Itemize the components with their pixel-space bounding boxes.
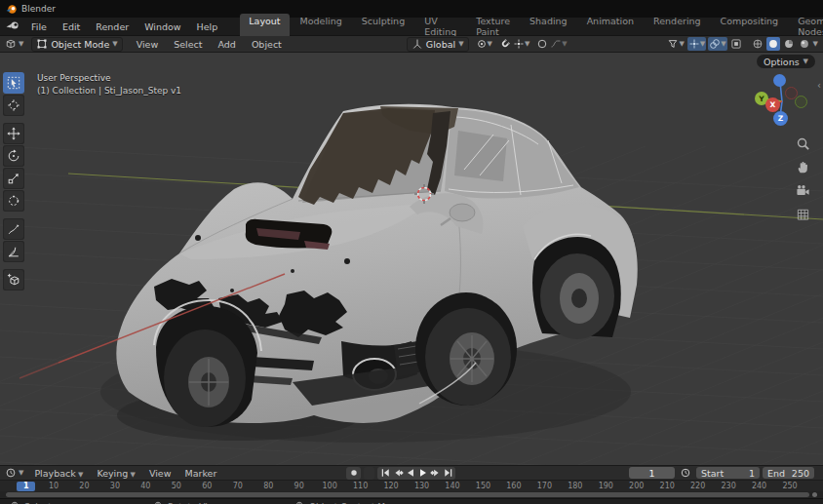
xray-toggle[interactable]: [729, 37, 743, 51]
window-title: Blender: [21, 4, 56, 14]
gizmo-axis-x[interactable]: X: [765, 97, 780, 112]
ruler-tick-90: 90: [288, 482, 311, 490]
navigation-gizmo[interactable]: Y X Z: [755, 74, 809, 129]
timeline-scrollbar[interactable]: [0, 491, 823, 498]
timeline-menu-marker[interactable]: Marker: [177, 467, 223, 480]
record-icon: [348, 467, 360, 479]
frame-start-field[interactable]: Start 1: [696, 467, 760, 479]
snap-toggle[interactable]: [498, 37, 512, 51]
tool-annotate[interactable]: [3, 218, 24, 240]
tool-transform[interactable]: [3, 190, 24, 212]
camera-icon[interactable]: [794, 181, 811, 199]
material-preview-icon: [783, 38, 795, 50]
tool-measure[interactable]: [3, 241, 24, 262]
gizmos-toggle[interactable]: ▼: [687, 37, 706, 51]
prev-keyframe-button[interactable]: [391, 467, 404, 479]
ortho-grid-icon[interactable]: [794, 205, 811, 222]
options-button[interactable]: Options ▼: [757, 55, 815, 68]
frame-end-field[interactable]: End 250: [763, 467, 814, 479]
ruler-tick-250: 250: [778, 482, 802, 490]
preview-range-button[interactable]: [679, 467, 692, 479]
mode-label: Object Mode: [51, 39, 109, 50]
gizmo-axis-neg-y[interactable]: [795, 96, 807, 108]
magnet-icon: [499, 38, 511, 50]
snap-target-icon: [513, 38, 525, 50]
ruler-tick-240: 240: [748, 482, 771, 490]
mode-selector[interactable]: Object Mode ▼: [31, 37, 122, 52]
tool-scale[interactable]: [3, 168, 24, 189]
viewport-menu-view[interactable]: View: [129, 37, 167, 52]
editor-3d-icon: [5, 38, 17, 50]
viewport-nav-buttons: [794, 135, 811, 222]
timeline-menu-playback[interactable]: Playback ▼: [27, 467, 90, 480]
transform-orientation-selector[interactable]: Global ▼: [407, 37, 469, 52]
menu-render[interactable]: Render: [88, 19, 137, 34]
ruler-tick-100: 100: [318, 482, 341, 490]
blender-window: Blender FileEditRenderWindowHelp LayoutM…: [0, 0, 823, 504]
timeline-editor-selector[interactable]: ▼: [5, 467, 23, 479]
ruler-tick-200: 200: [625, 482, 648, 490]
timeline-ruler[interactable]: 1020304050607080901001101201301401501601…: [0, 480, 823, 491]
tool-rotate[interactable]: [3, 145, 24, 167]
gizmo-axis-z[interactable]: Z: [773, 111, 788, 126]
jump-start-button[interactable]: [378, 467, 391, 479]
play-reverse-button[interactable]: [404, 467, 416, 479]
pivot-point-selector[interactable]: ▼: [475, 37, 493, 51]
object-types-filter[interactable]: ▼: [666, 37, 685, 51]
ruler-tick-150: 150: [471, 482, 494, 490]
sidebar-toggle-arrow[interactable]: ‹: [817, 80, 821, 91]
menu-window[interactable]: Window: [137, 19, 188, 34]
3d-viewport[interactable]: User Perspective (1) Collection | Sti_Ja…: [0, 53, 823, 465]
playhead-current-frame[interactable]: 1: [17, 482, 35, 491]
scrollbar-handle[interactable]: [6, 492, 809, 497]
overlays-toggle[interactable]: ▼: [708, 37, 726, 51]
ruler-tick-10: 10: [42, 482, 65, 490]
overlays-icon: [709, 38, 721, 50]
shading-material-button[interactable]: [782, 37, 796, 51]
zoom-magnifier-icon[interactable]: [794, 135, 811, 152]
snap-settings[interactable]: ▼: [512, 37, 530, 51]
viewport-menu-object[interactable]: Object: [244, 37, 290, 52]
menu-edit[interactable]: Edit: [55, 19, 88, 34]
editor-type-selector[interactable]: ▼: [5, 38, 23, 50]
current-frame-field[interactable]: 1: [629, 467, 675, 479]
timeline-menu-keying[interactable]: Keying ▼: [90, 467, 142, 480]
viewport-canvas[interactable]: [0, 53, 823, 465]
shading-wireframe-button[interactable]: [751, 37, 764, 51]
auto-keyframe-record-button[interactable]: [346, 467, 361, 480]
shading-solid-button[interactable]: [766, 37, 780, 51]
next-keyframe-button[interactable]: [429, 467, 442, 479]
ruler-tick-140: 140: [441, 482, 464, 490]
tool-select-box[interactable]: [3, 72, 24, 94]
status-hint-rotate-view: Rotate View: [151, 500, 220, 504]
tool-cursor-3d[interactable]: [3, 95, 24, 116]
shading-dropdown[interactable]: ▼: [813, 41, 818, 48]
rendered-shading-icon: [799, 38, 810, 50]
preview-range-clock-icon: [680, 467, 691, 479]
status-bar: Select Rotate View Object Context Menu: [0, 498, 823, 504]
viewport-menu-add[interactable]: Add: [210, 37, 243, 52]
ruler-tick-60: 60: [195, 482, 218, 490]
shading-rendered-button[interactable]: [798, 37, 811, 51]
menu-file[interactable]: File: [23, 19, 55, 34]
ruler-tick-20: 20: [72, 482, 96, 490]
proportional-editing-toggle[interactable]: [535, 37, 549, 51]
jump-end-button[interactable]: [442, 467, 454, 479]
tool-move[interactable]: [3, 123, 24, 144]
orientation-icon: [412, 38, 423, 50]
gizmo-axis-minus-y[interactable]: [773, 74, 786, 87]
proportional-falloff[interactable]: ▼: [549, 37, 568, 51]
play-button[interactable]: [416, 467, 429, 479]
viewport-menu-select[interactable]: Select: [166, 37, 210, 52]
playback-controls: [377, 467, 455, 480]
hand-icon[interactable]: [794, 158, 811, 175]
keying-set-button[interactable]: [364, 467, 374, 480]
ruler-tick-120: 120: [379, 482, 403, 490]
tool-shelf: [3, 72, 25, 291]
timeline-menu-view[interactable]: View: [142, 467, 178, 480]
menu-help[interactable]: Help: [189, 19, 226, 34]
blender-menu-icon[interactable]: [6, 20, 20, 32]
ruler-tick-70: 70: [226, 482, 250, 490]
tool-add-cube[interactable]: [3, 269, 24, 291]
ruler-tick-170: 170: [532, 482, 556, 490]
